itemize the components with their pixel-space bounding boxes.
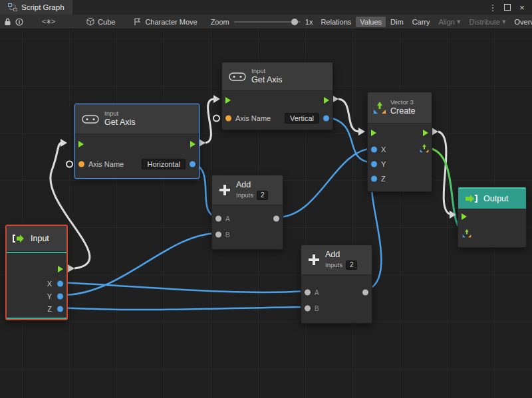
- node-input[interactable]: Input X Y Z: [5, 225, 68, 320]
- flow-in-port[interactable]: [371, 130, 376, 136]
- x-in-port[interactable]: [371, 147, 377, 153]
- unconnected-port-ring[interactable]: [213, 115, 220, 122]
- node-kind: Vector 3: [390, 98, 416, 106]
- node-header[interactable]: Input: [7, 226, 66, 252]
- z-label: Z: [381, 175, 386, 183]
- unconnected-port-ring[interactable]: [66, 161, 73, 168]
- b-in-port[interactable]: [305, 306, 311, 312]
- inputs-label: Inputs: [325, 261, 342, 269]
- port-row-y: Y: [368, 157, 432, 171]
- node-get-axis-horizontal[interactable]: Input Get Axis Axis Name Horizontal: [74, 104, 200, 179]
- a-in-port[interactable]: [215, 216, 221, 222]
- node-add-2[interactable]: Add Inputs 2 A B: [301, 245, 372, 324]
- node-header[interactable]: Input Get Axis: [222, 62, 332, 91]
- graph-toolbar: <∗> Cube Character Move Zoom 1x Relation…: [0, 15, 532, 29]
- port-row-y: Y: [7, 290, 66, 302]
- axis-name-port[interactable]: [225, 116, 231, 122]
- close-icon[interactable]: ×: [516, 1, 528, 13]
- node-header[interactable]: Input Get Axis: [75, 104, 199, 134]
- zoom-control: Zoom 1x: [211, 18, 313, 26]
- output-icon: [465, 194, 478, 203]
- dim-button[interactable]: Dim: [386, 17, 408, 27]
- y-out-port[interactable]: [57, 293, 63, 299]
- node-header[interactable]: Output: [458, 187, 526, 209]
- character-move-icon: [134, 18, 142, 26]
- graph-breadcrumb-character-move[interactable]: Character Move: [134, 18, 197, 26]
- vector-out-port[interactable]: [420, 144, 429, 155]
- tab-script-graph[interactable]: Script Graph: [0, 0, 72, 15]
- node-vector3-create[interactable]: Vector 3 Create X Y Z: [367, 92, 432, 192]
- sum-out-port[interactable]: [273, 216, 279, 222]
- lock-icon[interactable]: [4, 16, 11, 28]
- title-bar: Script Graph ⋮ ×: [0, 0, 532, 15]
- align-label: Align: [439, 18, 455, 26]
- inputs-count-field[interactable]: 2: [346, 260, 358, 270]
- a-label: A: [315, 289, 319, 296]
- menu-icon[interactable]: ⋮: [487, 1, 499, 13]
- flow-out-port[interactable]: [423, 130, 428, 136]
- vector3-port-icon: [462, 229, 471, 238]
- distribute-dropdown[interactable]: Distribute ▾: [466, 16, 510, 27]
- node-header[interactable]: Add Inputs 2: [301, 245, 372, 275]
- toolbar-right-group: Relations Values Dim Carry Align ▾ Distr…: [317, 16, 532, 27]
- node-header[interactable]: Vector 3 Create: [368, 92, 432, 124]
- z-out-port[interactable]: [57, 306, 63, 312]
- node-kind: Input: [251, 67, 283, 75]
- zoom-slider[interactable]: [234, 21, 301, 23]
- vector3-port-icon: [420, 144, 429, 153]
- carry-button[interactable]: Carry: [408, 17, 434, 27]
- flow-in-port[interactable]: [462, 213, 467, 220]
- plus-icon: [219, 184, 231, 196]
- node-header[interactable]: Add Inputs 2: [212, 175, 283, 205]
- flow-out-port[interactable]: [190, 141, 196, 148]
- value-in-port[interactable]: [462, 229, 471, 241]
- flow-out-port[interactable]: [324, 97, 329, 104]
- code-view-icon[interactable]: <∗>: [42, 17, 55, 26]
- port-row-a: A: [301, 284, 372, 300]
- axis-name-field[interactable]: Horizontal: [142, 159, 186, 169]
- b-label: B: [315, 305, 319, 312]
- maximize-icon[interactable]: [501, 1, 513, 13]
- z-in-port[interactable]: [371, 176, 377, 182]
- axis-name-port[interactable]: [78, 161, 84, 167]
- inputs-count-field[interactable]: 2: [257, 191, 269, 201]
- axis-name-field[interactable]: Vertical: [285, 113, 319, 124]
- value-out-port[interactable]: [190, 161, 196, 167]
- plus-icon: [308, 254, 320, 266]
- info-icon[interactable]: [15, 16, 23, 28]
- flow-out-port[interactable]: [58, 266, 63, 272]
- a-in-port[interactable]: [305, 290, 311, 296]
- y-label: Y: [381, 160, 386, 168]
- node-output[interactable]: Output: [458, 187, 527, 248]
- graph-breadcrumb-cube[interactable]: Cube: [86, 17, 115, 26]
- distribute-label: Distribute: [469, 18, 500, 26]
- node-get-axis-vertical[interactable]: Input Get Axis Axis Name Vertical: [221, 62, 333, 130]
- value-out-port[interactable]: [323, 116, 329, 122]
- value-row: [458, 225, 526, 245]
- flow-row: [368, 124, 432, 142]
- x-out-port[interactable]: [57, 280, 63, 286]
- node-title: Create: [390, 106, 416, 117]
- sum-out-port[interactable]: [362, 290, 368, 296]
- z-label: Z: [47, 305, 52, 313]
- cube-icon: [86, 17, 94, 26]
- port-row-b: B: [212, 227, 283, 243]
- flow-in-port[interactable]: [78, 141, 84, 148]
- tab-label: Script Graph: [21, 3, 65, 11]
- align-dropdown[interactable]: Align ▾: [435, 16, 465, 27]
- port-row-b: B: [301, 300, 372, 316]
- node-add-1[interactable]: Add Inputs 2 A B: [211, 175, 283, 250]
- gamepad-icon: [229, 72, 246, 82]
- relations-button[interactable]: Relations: [317, 17, 355, 27]
- flow-in-port[interactable]: [225, 97, 231, 104]
- values-button[interactable]: Values: [356, 17, 386, 27]
- zoom-slider-knob[interactable]: [291, 19, 298, 25]
- overview-button[interactable]: Overv: [511, 17, 532, 27]
- y-label: Y: [47, 292, 52, 300]
- b-label: B: [225, 231, 230, 239]
- flow-row: [75, 134, 199, 154]
- b-in-port[interactable]: [215, 232, 221, 238]
- zoom-value: 1x: [305, 18, 313, 26]
- y-in-port[interactable]: [371, 161, 377, 167]
- input-icon: [12, 234, 25, 243]
